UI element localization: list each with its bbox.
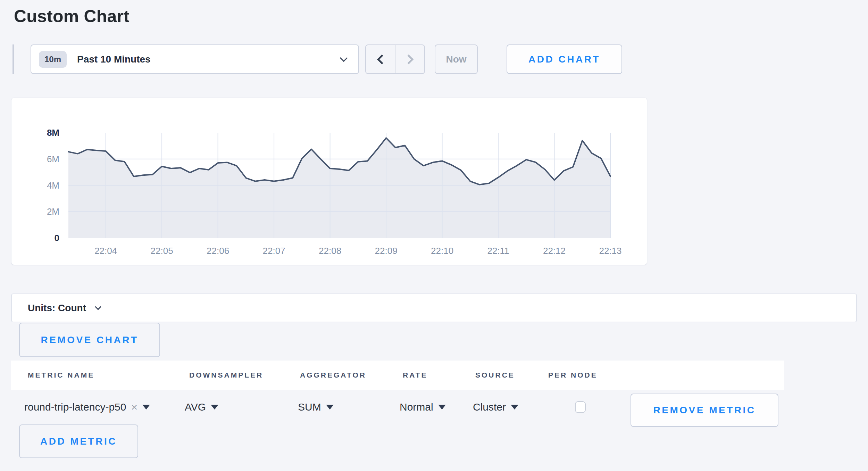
downsampler-value: AVG: [185, 401, 206, 413]
metric-chart[interactable]: 22:0422:0522:0622:0722:0822:0922:1022:11…: [11, 98, 647, 265]
units-label: Units: Count: [28, 303, 86, 314]
remove-metric-button[interactable]: REMOVE METRIC: [631, 394, 778, 427]
time-range-dropdown[interactable]: 10m Past 10 Minutes: [31, 44, 359, 74]
rate-dropdown[interactable]: Normal: [400, 396, 446, 418]
clear-metric-icon[interactable]: ×: [131, 402, 137, 413]
page-title: Custom Chart: [14, 6, 130, 26]
time-range-label: Past 10 Minutes: [77, 54, 341, 65]
source-value: Cluster: [473, 401, 506, 413]
caret-down-icon: [326, 405, 334, 410]
chevron-right-icon: [403, 54, 413, 64]
caret-down-icon: [142, 405, 150, 410]
caret-down-icon: [511, 405, 518, 410]
svg-text:22:13: 22:13: [599, 246, 621, 256]
svg-text:22:10: 22:10: [431, 246, 453, 256]
column-header-per-node: PER NODE: [548, 361, 598, 390]
prev-time-button[interactable]: [366, 45, 395, 73]
rate-value: Normal: [400, 401, 433, 413]
time-pager: [365, 44, 425, 74]
svg-text:4M: 4M: [47, 180, 59, 191]
time-range-badge: 10m: [39, 51, 67, 68]
chevron-left-icon: [377, 54, 386, 64]
svg-text:22:09: 22:09: [375, 246, 398, 256]
svg-text:22:04: 22:04: [94, 246, 117, 256]
caret-down-icon: [211, 405, 218, 410]
chevron-down-icon: [95, 304, 101, 310]
svg-text:22:11: 22:11: [487, 246, 509, 256]
svg-text:22:05: 22:05: [151, 246, 173, 256]
add-metric-button[interactable]: ADD METRIC: [19, 424, 138, 458]
caret-down-icon: [438, 405, 446, 410]
per-node-checkbox[interactable]: [575, 401, 586, 413]
next-time-button[interactable]: [395, 45, 424, 73]
metric-name-dropdown[interactable]: round-trip-latency-p50 ×: [24, 396, 150, 418]
aggregator-dropdown[interactable]: SUM: [298, 396, 334, 418]
svg-text:22:12: 22:12: [543, 246, 566, 256]
column-header-source: SOURCE: [475, 361, 515, 390]
svg-text:8M: 8M: [47, 127, 59, 138]
column-header-aggregator: AGGREGATOR: [300, 361, 366, 390]
downsampler-dropdown[interactable]: AVG: [185, 396, 218, 418]
column-header-rate: RATE: [403, 361, 428, 390]
svg-text:6M: 6M: [47, 154, 59, 164]
aggregator-value: SUM: [298, 401, 321, 413]
now-button[interactable]: Now: [435, 44, 478, 74]
svg-text:0: 0: [55, 233, 59, 243]
svg-text:22:07: 22:07: [263, 246, 285, 256]
metrics-table-header: METRIC NAME DOWNSAMPLER AGGREGATOR RATE …: [11, 361, 784, 390]
svg-text:22:08: 22:08: [319, 246, 341, 256]
column-header-downsampler: DOWNSAMPLER: [189, 361, 263, 390]
add-chart-button[interactable]: ADD CHART: [507, 44, 622, 74]
chevron-down-icon: [340, 54, 348, 62]
column-header-metric-name: METRIC NAME: [28, 361, 94, 390]
remove-chart-button[interactable]: REMOVE CHART: [19, 323, 160, 357]
metric-name-value: round-trip-latency-p50: [24, 401, 126, 413]
source-dropdown[interactable]: Cluster: [473, 396, 518, 418]
toolbar-accent-divider: [12, 44, 14, 74]
svg-text:22:06: 22:06: [207, 246, 229, 256]
units-dropdown[interactable]: Units: Count: [11, 294, 857, 322]
chart-card: 22:0422:0522:0622:0722:0822:0922:1022:11…: [11, 98, 647, 265]
svg-text:2M: 2M: [47, 206, 59, 217]
